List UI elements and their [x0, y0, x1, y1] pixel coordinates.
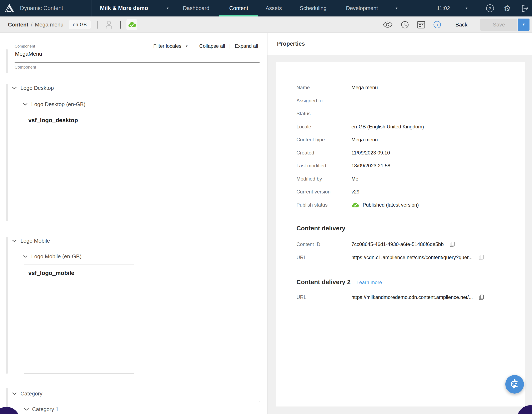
help-icon[interactable]: ?: [486, 0, 494, 17]
save-options-caret-button[interactable]: ▼: [518, 19, 530, 31]
robot-icon: [509, 379, 521, 390]
subsection-toggle-category-1[interactable]: Category 1: [24, 406, 58, 413]
sign-out-icon[interactable]: [521, 0, 530, 17]
chevron-down-icon: [23, 103, 28, 106]
asset-card-logo-desktop[interactable]: vsf_logo_desktop: [24, 112, 134, 221]
content-id-value: 7cc08645-46d1-4930-a6fe-51486f6de5bb: [352, 241, 444, 247]
tab-development[interactable]: Development ▼: [346, 0, 398, 17]
project-name: Milk & More demo: [100, 5, 148, 11]
copy-icon[interactable]: [449, 241, 455, 247]
property-row: Created 11/09/2023 09:10: [296, 146, 513, 159]
content-delivery-heading: Content delivery: [296, 224, 513, 233]
properties-card: Name Mega menu Assigned to Status Locale…: [276, 62, 525, 406]
calendar-icon[interactable]: [417, 20, 425, 29]
copy-icon[interactable]: [478, 254, 484, 261]
top-navigation: Dynamic Content Milk & More demo ▼ Dashb…: [0, 0, 532, 17]
breadcrumb-current: Mega menu: [35, 21, 63, 28]
locale-chip[interactable]: en-GB: [69, 20, 91, 30]
settings-gear-icon[interactable]: ⚙: [504, 0, 511, 17]
section-toggle-logo-mobile[interactable]: Logo Mobile: [12, 238, 50, 244]
delivery2-url-link[interactable]: https://milkandmoredemo.cdn.content.ampl…: [352, 294, 473, 300]
input-underline: [15, 62, 259, 62]
tab-dashboard[interactable]: Dashboard: [183, 0, 209, 17]
section-indent-rail: [6, 84, 8, 221]
collapse-all-link[interactable]: Collapse all: [199, 43, 225, 49]
chevron-down-icon: [12, 87, 17, 89]
asset-card-logo-mobile[interactable]: vsf_logo_mobile: [24, 265, 134, 374]
content-id-row: Content ID 7cc08645-46d1-4930-a6fe-51486…: [296, 238, 513, 251]
properties-title: Properties: [277, 41, 305, 47]
learn-more-link[interactable]: Learn more: [356, 280, 382, 285]
tab-assets[interactable]: Assets: [266, 0, 282, 17]
section-toggle-logo-desktop[interactable]: Logo Desktop: [12, 85, 54, 91]
breadcrumb-root[interactable]: Content: [8, 21, 28, 28]
asset-name: vsf_logo_mobile: [28, 270, 74, 276]
component-field-label: Component: [15, 44, 35, 49]
content-delivery-2-heading-row: Content delivery 2 Learn more: [296, 278, 513, 286]
time-menu[interactable]: 11:02 ▼: [437, 0, 468, 17]
svg-text:i: i: [437, 22, 438, 27]
caret-down-icon: ▼: [465, 7, 468, 10]
field-indent-rail: [6, 49, 8, 73]
info-icon[interactable]: i: [433, 21, 441, 29]
content-delivery-2-heading: Content delivery 2: [296, 278, 351, 286]
published-cloud-icon: [352, 202, 359, 208]
category-card: Category 1: [14, 401, 260, 414]
properties-header: Properties: [267, 33, 532, 55]
chevron-down-icon: [23, 255, 28, 258]
property-row: Last modified 18/09/2023 21:58: [296, 159, 513, 172]
chatbot-button[interactable]: [505, 375, 524, 394]
links-separator: |: [229, 43, 231, 49]
breadcrumb-separator: /: [31, 21, 32, 28]
properties-panel: Properties Name Mega menu Assigned to St…: [267, 33, 532, 414]
property-row: Modified by Me: [296, 172, 513, 186]
content-form-panel: Filter locales ▼ Collapse all | Expand a…: [0, 33, 267, 414]
publish-cloud-icon[interactable]: [126, 19, 137, 30]
section-indent-rail: [6, 237, 8, 374]
breadcrumb: Content / Mega menu en-GB: [8, 17, 137, 33]
project-selector[interactable]: Milk & More demo ▼: [100, 0, 169, 17]
toolbar-divider: [97, 21, 97, 29]
version-history-icon[interactable]: [400, 20, 409, 29]
property-row: Status: [296, 107, 513, 120]
toolbar-divider: [120, 21, 121, 29]
property-row-publish-status: Publish status Published (latest version…: [296, 198, 513, 212]
delivery-url-row: URL https://cdn.c1.amplience.net/cms/con…: [296, 251, 513, 264]
clock-time: 11:02: [437, 5, 450, 11]
delivery2-url-row: URL https://milkandmoredemo.cdn.content.…: [296, 291, 513, 304]
component-field-helper: Component: [15, 65, 36, 70]
asset-name: vsf_logo_desktop: [28, 117, 78, 124]
chevron-down-icon: [12, 392, 17, 395]
tab-content[interactable]: Content: [219, 0, 258, 17]
content-toolbar: Content / Mega menu en-GB: [0, 17, 532, 33]
caret-down-icon: ▼: [185, 44, 188, 48]
active-tab-underline: [219, 15, 258, 17]
chevron-down-icon: [24, 408, 29, 411]
preview-eye-icon[interactable]: [383, 21, 392, 28]
assignee-person-icon[interactable]: [104, 20, 114, 30]
app-title: Dynamic Content: [20, 0, 63, 17]
property-row: Assigned to: [296, 94, 513, 107]
caret-down-icon: ▼: [395, 7, 398, 10]
delivery-url-link[interactable]: https://cdn.c1.amplience.net/cms/content…: [352, 255, 473, 260]
filter-locales-dropdown[interactable]: Filter locales: [153, 43, 181, 49]
save-button[interactable]: Save: [480, 19, 517, 31]
property-row: Content type Mega menu: [296, 133, 513, 146]
subsection-toggle-logo-desktop-engb[interactable]: Logo Desktop (en-GB): [23, 101, 86, 108]
chevron-down-icon: [12, 239, 17, 242]
back-button[interactable]: Back: [454, 21, 469, 28]
property-row: Name Mega menu: [296, 81, 513, 94]
section-toggle-category[interactable]: Category: [12, 390, 42, 397]
subsection-toggle-logo-mobile-engb[interactable]: Logo Mobile (en-GB): [23, 253, 81, 260]
property-row: Current version v29: [296, 185, 513, 198]
caret-down-icon: ▼: [166, 7, 169, 10]
tab-scheduling[interactable]: Scheduling: [300, 0, 327, 17]
property-row: Locale en-GB (English United Kingdom): [296, 120, 513, 133]
copy-icon[interactable]: [478, 294, 484, 300]
expand-all-link[interactable]: Expand all: [235, 43, 258, 49]
component-name-input[interactable]: MegaMenu: [15, 51, 259, 57]
amplience-logo-icon[interactable]: [5, 0, 14, 17]
